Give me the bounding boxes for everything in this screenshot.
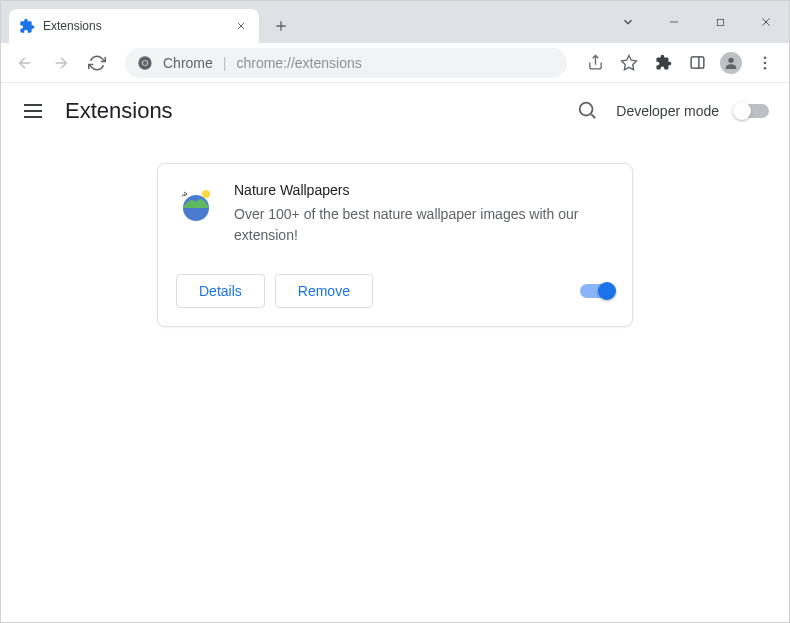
svg-point-11 xyxy=(202,190,210,198)
chrome-icon xyxy=(137,55,153,71)
puzzle-icon xyxy=(19,18,35,34)
svg-point-9 xyxy=(580,103,593,116)
extension-name: Nature Wallpapers xyxy=(234,182,614,198)
close-window-button[interactable] xyxy=(743,7,789,37)
svg-point-5 xyxy=(728,57,733,62)
extension-toggle[interactable] xyxy=(580,284,614,298)
svg-rect-4 xyxy=(691,57,704,68)
page-title: Extensions xyxy=(65,98,173,124)
page-header: Extensions Developer mode xyxy=(1,83,789,139)
extension-description: Over 100+ of the best nature wallpaper i… xyxy=(234,204,614,246)
extensions-icon[interactable] xyxy=(647,47,679,79)
remove-button[interactable]: Remove xyxy=(275,274,373,308)
extension-card: Nature Wallpapers Over 100+ of the best … xyxy=(157,163,633,327)
dev-mode-toggle[interactable] xyxy=(735,104,769,118)
tab-search-button[interactable] xyxy=(605,7,651,37)
search-icon[interactable] xyxy=(576,99,600,123)
svg-point-3 xyxy=(143,60,147,64)
tab-title: Extensions xyxy=(43,19,225,33)
omnibox-url: chrome://extensions xyxy=(236,55,361,71)
maximize-button[interactable] xyxy=(697,7,743,37)
back-button[interactable] xyxy=(9,47,41,79)
forward-button[interactable] xyxy=(45,47,77,79)
extension-icon xyxy=(176,182,216,222)
profile-avatar[interactable] xyxy=(715,47,747,79)
close-icon[interactable] xyxy=(233,18,249,34)
reload-button[interactable] xyxy=(81,47,113,79)
browser-window: Extensions xyxy=(0,0,790,623)
menu-icon[interactable] xyxy=(749,47,781,79)
svg-point-6 xyxy=(764,56,767,59)
window-controls xyxy=(605,1,789,43)
minimize-button[interactable] xyxy=(651,7,697,37)
omnibox-separator: | xyxy=(223,55,227,71)
svg-rect-0 xyxy=(717,19,723,25)
dev-mode-label: Developer mode xyxy=(616,103,719,119)
address-bar[interactable]: Chrome | chrome://extensions xyxy=(125,48,567,78)
hamburger-icon[interactable] xyxy=(21,99,45,123)
browser-tab[interactable]: Extensions xyxy=(9,9,259,43)
svg-point-8 xyxy=(764,66,767,69)
omnibox-scheme: Chrome xyxy=(163,55,213,71)
toolbar-actions xyxy=(579,47,781,79)
svg-point-7 xyxy=(764,61,767,64)
content-area: Nature Wallpapers Over 100+ of the best … xyxy=(1,139,789,327)
tab-strip: Extensions xyxy=(1,1,789,43)
share-icon[interactable] xyxy=(579,47,611,79)
details-button[interactable]: Details xyxy=(176,274,265,308)
bookmark-icon[interactable] xyxy=(613,47,645,79)
toolbar: Chrome | chrome://extensions xyxy=(1,43,789,83)
sidepanel-icon[interactable] xyxy=(681,47,713,79)
new-tab-button[interactable] xyxy=(267,12,295,40)
